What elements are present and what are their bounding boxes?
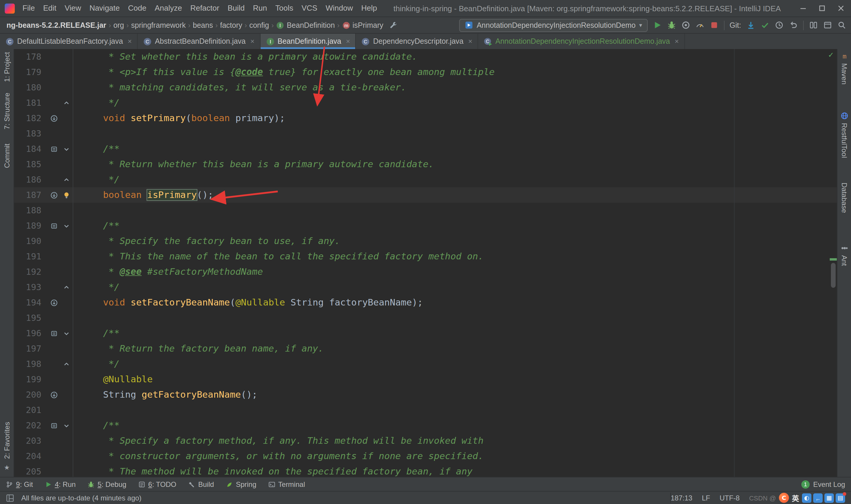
code-line-193[interactable]: 193 */ xyxy=(14,280,837,295)
line-number[interactable]: 197 xyxy=(14,341,47,356)
close-icon[interactable]: × xyxy=(128,37,132,46)
toolwindow-button-build[interactable]: Build xyxy=(188,480,214,488)
line-number[interactable]: 191 xyxy=(14,249,47,264)
code-line-194[interactable]: 194 void setFactoryBeanName(@Nullable St… xyxy=(14,295,837,310)
code-line-180[interactable]: 180 * matching candidates, it will serve… xyxy=(14,80,837,95)
fold-marker-icon[interactable] xyxy=(60,326,73,341)
profiler-button[interactable] xyxy=(695,21,704,30)
breadcrumb-method[interactable]: misPrimary xyxy=(340,21,385,29)
favorites-star-icon[interactable]: ★ xyxy=(4,464,10,471)
code-line-191[interactable]: 191 * This the name of the bean to call … xyxy=(14,249,837,264)
code-line-200[interactable]: 200 String getFactoryBeanName(); xyxy=(14,387,837,402)
line-number[interactable]: 187 xyxy=(14,187,47,203)
implemented-marker-icon[interactable] xyxy=(47,295,60,310)
toolwindow-button-run[interactable]: 4: Run xyxy=(44,480,76,488)
menu-refactor[interactable]: Refactor xyxy=(186,0,223,17)
breadcrumb-item[interactable]: beans xyxy=(191,21,215,29)
code-line-182[interactable]: 182 void setPrimary(boolean primary); xyxy=(14,110,837,126)
tab-DefaultListableBeanFactory.java[interactable]: CDefaultListableBeanFactory.java× xyxy=(0,34,138,49)
code-line-202[interactable]: 202 /** xyxy=(14,418,837,433)
close-button[interactable] xyxy=(836,3,846,14)
breadcrumb-item[interactable]: config xyxy=(248,21,271,29)
vcs-commit-button[interactable] xyxy=(761,21,769,30)
compare-button[interactable] xyxy=(809,21,818,30)
fold-marker-icon[interactable] xyxy=(60,218,73,233)
inspections-ok-icon[interactable]: ✓ xyxy=(828,51,834,59)
menu-vcs[interactable]: VCS xyxy=(297,0,321,17)
menu-code[interactable]: Code xyxy=(124,0,150,17)
line-number[interactable]: 196 xyxy=(14,326,47,341)
javadoc-toggle-icon[interactable] xyxy=(47,141,60,157)
menu-edit[interactable]: Edit xyxy=(39,0,60,17)
close-icon[interactable]: × xyxy=(468,37,472,46)
line-number[interactable]: 188 xyxy=(14,203,47,218)
vcs-history-button[interactable] xyxy=(775,21,784,30)
code-line-183[interactable]: 183 xyxy=(14,126,837,141)
fold-marker-icon[interactable] xyxy=(60,141,73,157)
line-number[interactable]: 201 xyxy=(14,402,47,418)
line-number[interactable]: 185 xyxy=(14,157,47,172)
line-number[interactable]: 193 xyxy=(14,280,47,295)
coverage-button[interactable] xyxy=(681,21,690,30)
line-number[interactable]: 183 xyxy=(14,126,47,141)
breadcrumb-class[interactable]: IBeanDefinition xyxy=(274,21,337,29)
menu-analyze[interactable]: Analyze xyxy=(150,0,186,17)
event-log-button[interactable]: 1 Event Log xyxy=(801,480,845,488)
tab-DependencyDescriptor.java[interactable]: CDependencyDescriptor.java× xyxy=(356,34,478,49)
implemented-marker-icon[interactable] xyxy=(47,110,60,126)
menu-navigate[interactable]: Navigate xyxy=(85,0,124,17)
line-number[interactable]: 194 xyxy=(14,295,47,310)
wrench-icon[interactable] xyxy=(388,21,397,30)
code-line-195[interactable]: 195 xyxy=(14,310,837,326)
stripe-project[interactable]: 1: Project xyxy=(3,52,11,82)
stripe-commit[interactable]: Commit xyxy=(3,143,11,168)
maximize-button[interactable] xyxy=(817,3,827,14)
code-line-184[interactable]: 184 /** xyxy=(14,141,837,157)
vcs-update-button[interactable] xyxy=(746,21,755,30)
line-number[interactable]: 204 xyxy=(14,448,47,464)
menu-build[interactable]: Build xyxy=(223,0,249,17)
code-line-199[interactable]: 199 @Nullable xyxy=(14,372,837,387)
changes-button[interactable] xyxy=(823,21,832,30)
menu-run[interactable]: Run xyxy=(249,0,271,17)
minimize-button[interactable] xyxy=(798,3,809,14)
line-number[interactable]: 195 xyxy=(14,310,47,326)
line-number[interactable]: 180 xyxy=(14,80,47,95)
line-number[interactable]: 198 xyxy=(14,356,47,372)
toolwindow-button-debug[interactable]: 5: Debug xyxy=(88,480,126,488)
line-number[interactable]: 184 xyxy=(14,141,47,157)
code-line-204[interactable]: 204 * constructor arguments, or with no … xyxy=(14,448,837,464)
toolwindow-button-spring[interactable]: Spring xyxy=(226,480,256,488)
tab-AbstractBeanDefinition.java[interactable]: CAbstractBeanDefinition.java× xyxy=(138,34,260,49)
code-line-178[interactable]: 178 * Set whether this bean is a primary… xyxy=(14,49,837,65)
code-line-205[interactable]: 205 * The method will be invoked on the … xyxy=(14,464,837,477)
javadoc-toggle-icon[interactable] xyxy=(47,326,60,341)
line-number[interactable]: 199 xyxy=(14,372,47,387)
code-line-203[interactable]: 203 * Specify a factory method, if any. … xyxy=(14,433,837,448)
line-number[interactable]: 202 xyxy=(14,418,47,433)
menu-view[interactable]: View xyxy=(60,0,85,17)
code-line-197[interactable]: 197 * Return the factory bean name, if a… xyxy=(14,341,837,356)
debug-button[interactable] xyxy=(667,21,676,30)
stripe-database[interactable]: Database xyxy=(840,183,848,213)
run-config-select[interactable]: AnnotationDependencyInjectionResolutionD… xyxy=(459,19,647,32)
line-ending[interactable]: LF xyxy=(702,494,710,502)
close-icon[interactable]: × xyxy=(346,37,350,46)
line-number[interactable]: 179 xyxy=(14,65,47,80)
line-number[interactable]: 186 xyxy=(14,172,47,187)
code-line-198[interactable]: 198 */ xyxy=(14,356,837,372)
implemented-marker-icon[interactable] xyxy=(47,187,60,203)
stop-button[interactable] xyxy=(709,21,718,30)
fold-marker-icon[interactable] xyxy=(60,172,73,187)
code-line-201[interactable]: 201 xyxy=(14,402,837,418)
menu-tools[interactable]: Tools xyxy=(271,0,297,17)
close-icon[interactable]: × xyxy=(675,37,679,46)
breadcrumb-item[interactable]: factory xyxy=(218,21,244,29)
caret-position[interactable]: 187:13 xyxy=(671,494,692,502)
code-line-186[interactable]: 186 */ xyxy=(14,172,837,187)
breadcrumb-item[interactable]: ng-beans-5.2.2.RELEASE.jar xyxy=(5,21,108,29)
javadoc-toggle-icon[interactable] xyxy=(47,418,60,433)
stripe-structure[interactable]: 7: Structure xyxy=(3,92,11,129)
stripe-maven[interactable]: mMaven xyxy=(840,52,848,85)
code-line-192[interactable]: 192 * @see #setFactoryMethodName xyxy=(14,264,837,280)
